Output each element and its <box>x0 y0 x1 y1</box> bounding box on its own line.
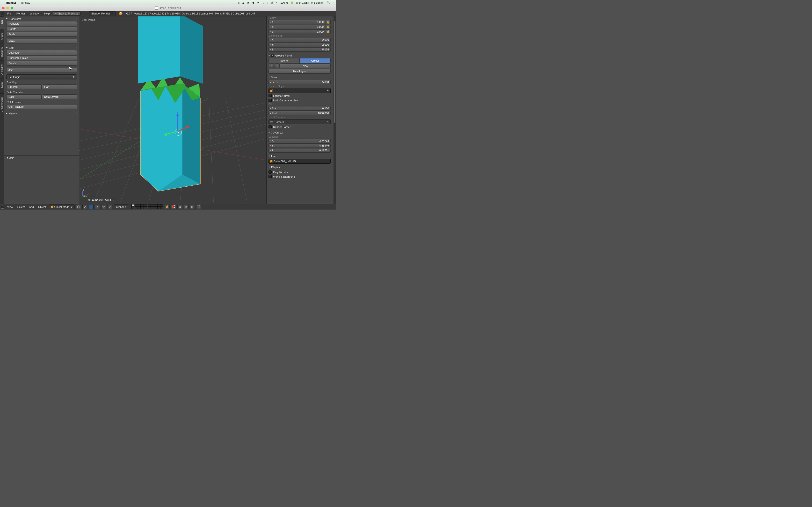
menu-icon[interactable]: ≡ <box>333 1 334 4</box>
gp-new-layer-button[interactable]: New Layer <box>268 69 331 74</box>
layer-9[interactable] <box>157 204 160 207</box>
cursor-z-field[interactable]: ‹ Z:0.18751 <box>268 148 331 153</box>
battery-text[interactable]: 100 % <box>281 1 288 4</box>
layer-2[interactable] <box>135 204 138 207</box>
lens-field[interactable]: ‹ Lens:35.000 <box>268 80 331 84</box>
lock-scale-x[interactable]: 🔒 <box>326 20 331 24</box>
tab-create[interactable]: Create <box>0 29 4 43</box>
cursor-x-field[interactable]: ‹ X:-3.74713 <box>268 138 331 143</box>
snap-target-button[interactable]: ◉ <box>184 205 189 209</box>
scale-z-field[interactable]: ‹ Z:1.000 <box>268 30 325 34</box>
layer-4[interactable] <box>141 204 144 207</box>
render-border-checkbox[interactable] <box>268 125 272 128</box>
layer-12[interactable] <box>135 207 138 209</box>
sync-icon[interactable]: ⟳ <box>257 1 259 4</box>
delete-button[interactable]: Delete <box>6 61 77 66</box>
editor-type-selector[interactable] <box>1 205 4 209</box>
data-layout-button[interactable]: Data Layout <box>42 95 77 99</box>
panel-transform-header[interactable]: ▼ Transform ⠿ <box>4 16 79 21</box>
snap-element-button[interactable]: ▦ <box>177 205 182 209</box>
mode-dropdown[interactable]: Object Mode ⇕ <box>49 205 75 209</box>
shade-smooth-button[interactable]: Smooth <box>6 84 42 89</box>
layer-5[interactable] <box>144 204 147 207</box>
layer-11[interactable] <box>132 207 134 209</box>
tab-grease-pencil[interactable]: Grease Pencil <box>0 94 4 116</box>
3d-viewport[interactable]: User Persp <box>79 16 266 204</box>
clip-start-field[interactable]: ‹ Start:0.100 <box>268 106 331 111</box>
viewport-shading-button[interactable]: ◯ <box>76 205 81 209</box>
item-name-field[interactable]: Cube.001_cell.145 <box>268 159 331 164</box>
tab-physics[interactable]: Physics <box>0 78 4 94</box>
layer-1[interactable] <box>132 204 134 207</box>
tab-tools[interactable]: Tools <box>0 16 4 29</box>
panel-grip-icon[interactable]: ⠿ <box>75 112 78 115</box>
duplicate-button[interactable]: Duplicate <box>6 50 77 55</box>
layer-13[interactable] <box>138 207 141 209</box>
lock-camera-checkbox[interactable] <box>268 99 272 102</box>
layer-15[interactable] <box>144 207 147 209</box>
panel-3d-cursor-header[interactable]: ▼3D Cursor <box>266 130 333 135</box>
tab-animation[interactable]: Animation <box>0 60 4 78</box>
local-camera-field[interactable]: 📷 Camera ✕ <box>268 119 331 124</box>
zoom-window-button[interactable] <box>11 7 13 9</box>
grease-pencil-toggle[interactable] <box>271 54 274 57</box>
lock-layers-button[interactable]: 🔒 <box>165 205 170 209</box>
layer-10[interactable] <box>160 204 163 207</box>
manipulator-scale[interactable]: ⤢ <box>108 205 112 209</box>
panel-item-header[interactable]: ▼Item <box>266 154 333 158</box>
add-menu[interactable]: Add <box>28 205 35 209</box>
record-icon[interactable]: ◉ <box>247 1 249 4</box>
layer-14[interactable] <box>141 207 144 209</box>
render-preview-button[interactable]: 🖼 <box>190 205 195 209</box>
gp-add-button[interactable]: ＋ <box>275 63 280 68</box>
cursor-y-field[interactable]: ‹ Y:-4.85449 <box>268 144 331 148</box>
n-panel-scrollbar[interactable] <box>334 16 336 204</box>
orientation-dropdown[interactable]: Global ⇕ <box>114 205 129 209</box>
wifi-icon[interactable]: ⌔ <box>276 1 278 4</box>
manipulator-toggle[interactable]: ↔ <box>89 205 94 209</box>
panel-grip-icon[interactable]: ⠿ <box>75 46 78 50</box>
layer-8[interactable] <box>154 204 157 207</box>
lock-scale-y[interactable]: 🔒 <box>326 24 331 29</box>
user-name[interactable]: enseignant <box>311 1 324 4</box>
lock-object-field[interactable]: ✎ <box>268 88 331 93</box>
dim-y-field[interactable]: ‹ Y:2.000 <box>268 43 331 47</box>
macos-window-menu[interactable]: Window <box>20 1 30 4</box>
lock-cursor-checkbox[interactable] <box>268 94 272 97</box>
duplicate-linked-button[interactable]: Duplicate Linked <box>6 56 77 60</box>
cell-fracture-button[interactable]: Cell Fracture <box>6 104 77 109</box>
clear-icon[interactable]: ✕ <box>327 120 329 123</box>
render-anim-button[interactable]: 🎬 <box>196 205 201 209</box>
file-menu[interactable]: File <box>5 12 13 15</box>
layer-20[interactable] <box>160 207 163 209</box>
render-engine-dropdown[interactable]: Blender Render ⇕ <box>89 11 116 16</box>
select-menu[interactable]: Select <box>16 205 27 209</box>
gp-datablock-icon[interactable]: ✎ <box>269 63 274 68</box>
snap-toggle[interactable]: 🧲 <box>171 205 176 209</box>
rotate-button[interactable]: Rotate <box>6 26 77 32</box>
layer-16[interactable] <box>148 207 151 209</box>
panel-display-header[interactable]: ▼Display <box>266 165 333 169</box>
app-name[interactable]: Blender <box>6 1 16 4</box>
panel-edit-header[interactable]: ▼ Edit ⠿ <box>4 45 79 50</box>
spotlight-icon[interactable]: 🔍 <box>327 1 330 4</box>
translate-button[interactable]: Translate <box>6 21 77 26</box>
panel-view-header[interactable]: ▼View <box>266 75 333 79</box>
clock-icon[interactable]: ◷ <box>262 1 264 4</box>
help-menu[interactable]: Help <box>42 12 52 15</box>
status-icon[interactable]: ☻ <box>252 1 255 4</box>
editor-type-selector[interactable] <box>1 12 4 15</box>
drive-icon[interactable]: ▲ <box>242 1 245 4</box>
window-menu[interactable]: Window <box>28 12 41 15</box>
scale-x-field[interactable]: ‹ X:1.000 <box>268 20 325 24</box>
panel-grease-pencil-header[interactable]: ▼ Grease Pencil <box>266 53 333 58</box>
layer-3[interactable] <box>138 204 141 207</box>
manipulator-translate[interactable]: ↗ <box>95 205 100 209</box>
data-button[interactable]: Data <box>6 95 42 99</box>
layer-17[interactable] <box>151 207 154 209</box>
eyedropper-icon[interactable]: ✎ <box>327 89 329 92</box>
view-menu[interactable]: View <box>6 205 14 209</box>
only-render-checkbox[interactable] <box>268 170 272 174</box>
panel-history-header[interactable]: ▶ History ⠿ <box>4 111 79 116</box>
gp-object-button[interactable]: Object <box>300 58 331 63</box>
